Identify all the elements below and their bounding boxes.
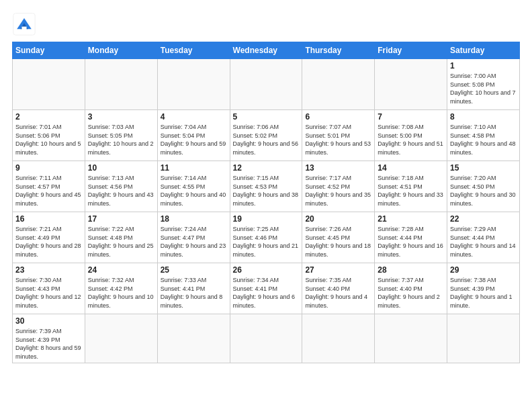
day-info: Sunrise: 7:11 AM Sunset: 4:57 PM Dayligh… bbox=[15, 174, 82, 208]
day-info: Sunrise: 7:25 AM Sunset: 4:46 PM Dayligh… bbox=[233, 225, 300, 259]
day-number: 18 bbox=[161, 214, 227, 224]
calendar-weekday-header: Friday bbox=[375, 42, 447, 59]
day-number: 30 bbox=[15, 316, 82, 326]
day-number: 19 bbox=[233, 214, 300, 224]
day-info: Sunrise: 7:35 AM Sunset: 4:40 PM Dayligh… bbox=[305, 276, 371, 310]
day-info: Sunrise: 7:37 AM Sunset: 4:40 PM Dayligh… bbox=[378, 276, 444, 310]
generalblue-logo-icon bbox=[12, 12, 36, 36]
day-number: 28 bbox=[378, 265, 444, 275]
calendar-day-cell bbox=[157, 59, 230, 110]
day-number: 5 bbox=[233, 112, 300, 122]
day-info: Sunrise: 7:38 AM Sunset: 4:39 PM Dayligh… bbox=[450, 276, 517, 310]
day-number: 15 bbox=[450, 163, 517, 173]
logo bbox=[12, 12, 39, 36]
calendar-day-cell bbox=[302, 59, 375, 110]
day-info: Sunrise: 7:24 AM Sunset: 4:47 PM Dayligh… bbox=[161, 225, 227, 259]
calendar-weekday-header: Wednesday bbox=[230, 42, 302, 59]
day-info: Sunrise: 7:04 AM Sunset: 5:04 PM Dayligh… bbox=[161, 123, 227, 156]
day-number: 20 bbox=[305, 214, 371, 224]
day-number: 11 bbox=[161, 163, 227, 173]
calendar-day-cell: 5Sunrise: 7:06 AM Sunset: 5:02 PM Daylig… bbox=[230, 110, 302, 161]
day-info: Sunrise: 7:28 AM Sunset: 4:44 PM Dayligh… bbox=[378, 225, 444, 259]
day-info: Sunrise: 7:15 AM Sunset: 4:53 PM Dayligh… bbox=[233, 174, 300, 208]
day-number: 3 bbox=[88, 112, 154, 122]
calendar-day-cell: 11Sunrise: 7:14 AM Sunset: 4:55 PM Dayli… bbox=[157, 161, 230, 212]
day-number: 25 bbox=[161, 265, 227, 275]
day-info: Sunrise: 7:26 AM Sunset: 4:45 PM Dayligh… bbox=[305, 225, 371, 259]
calendar-day-cell bbox=[447, 314, 520, 363]
calendar-day-cell: 21Sunrise: 7:28 AM Sunset: 4:44 PM Dayli… bbox=[375, 212, 447, 263]
calendar-table: SundayMondayTuesdayWednesdayThursdayFrid… bbox=[12, 42, 520, 363]
calendar-weekday-header: Thursday bbox=[302, 42, 375, 59]
calendar-day-cell: 30Sunrise: 7:39 AM Sunset: 4:39 PM Dayli… bbox=[13, 314, 85, 363]
calendar-day-cell: 18Sunrise: 7:24 AM Sunset: 4:47 PM Dayli… bbox=[157, 212, 230, 263]
calendar-day-cell: 20Sunrise: 7:26 AM Sunset: 4:45 PM Dayli… bbox=[302, 212, 375, 263]
calendar-day-cell: 7Sunrise: 7:08 AM Sunset: 5:00 PM Daylig… bbox=[375, 110, 447, 161]
calendar-day-cell: 1Sunrise: 7:00 AM Sunset: 5:08 PM Daylig… bbox=[447, 59, 520, 110]
day-number: 21 bbox=[378, 214, 444, 224]
calendar-day-cell: 27Sunrise: 7:35 AM Sunset: 4:40 PM Dayli… bbox=[302, 263, 375, 314]
day-info: Sunrise: 7:29 AM Sunset: 4:44 PM Dayligh… bbox=[450, 225, 517, 259]
calendar-weekday-header: Monday bbox=[85, 42, 157, 59]
day-number: 29 bbox=[450, 265, 517, 275]
day-info: Sunrise: 7:21 AM Sunset: 4:49 PM Dayligh… bbox=[15, 225, 82, 259]
day-number: 26 bbox=[233, 265, 300, 275]
calendar-weekday-header: Sunday bbox=[13, 42, 85, 59]
day-info: Sunrise: 7:33 AM Sunset: 4:41 PM Dayligh… bbox=[161, 276, 227, 310]
calendar-day-cell bbox=[85, 59, 157, 110]
calendar-day-cell: 24Sunrise: 7:32 AM Sunset: 4:42 PM Dayli… bbox=[85, 263, 157, 314]
svg-rect-3 bbox=[21, 27, 26, 30]
day-number: 23 bbox=[15, 265, 82, 275]
calendar-day-cell bbox=[230, 59, 302, 110]
calendar-header-row: SundayMondayTuesdayWednesdayThursdayFrid… bbox=[13, 42, 520, 59]
calendar-day-cell: 25Sunrise: 7:33 AM Sunset: 4:41 PM Dayli… bbox=[157, 263, 230, 314]
calendar-day-cell: 22Sunrise: 7:29 AM Sunset: 4:44 PM Dayli… bbox=[447, 212, 520, 263]
day-info: Sunrise: 7:01 AM Sunset: 5:06 PM Dayligh… bbox=[15, 123, 82, 156]
day-info: Sunrise: 7:17 AM Sunset: 4:52 PM Dayligh… bbox=[305, 174, 371, 208]
day-info: Sunrise: 7:00 AM Sunset: 5:08 PM Dayligh… bbox=[450, 72, 517, 105]
day-info: Sunrise: 7:08 AM Sunset: 5:00 PM Dayligh… bbox=[378, 123, 444, 156]
day-number: 10 bbox=[88, 163, 154, 173]
calendar-day-cell: 12Sunrise: 7:15 AM Sunset: 4:53 PM Dayli… bbox=[230, 161, 302, 212]
day-number: 27 bbox=[305, 265, 371, 275]
day-number: 7 bbox=[378, 112, 444, 122]
day-info: Sunrise: 7:34 AM Sunset: 4:41 PM Dayligh… bbox=[233, 276, 300, 310]
calendar-week-row: 16Sunrise: 7:21 AM Sunset: 4:49 PM Dayli… bbox=[13, 212, 520, 263]
day-number: 1 bbox=[450, 61, 517, 71]
calendar-day-cell bbox=[375, 314, 447, 363]
calendar-day-cell bbox=[230, 314, 302, 363]
page-header bbox=[12, 12, 520, 36]
calendar-week-row: 9Sunrise: 7:11 AM Sunset: 4:57 PM Daylig… bbox=[13, 161, 520, 212]
calendar-day-cell: 6Sunrise: 7:07 AM Sunset: 5:01 PM Daylig… bbox=[302, 110, 375, 161]
day-number: 4 bbox=[161, 112, 227, 122]
calendar-weekday-header: Saturday bbox=[447, 42, 520, 59]
calendar-day-cell: 2Sunrise: 7:01 AM Sunset: 5:06 PM Daylig… bbox=[13, 110, 85, 161]
day-info: Sunrise: 7:22 AM Sunset: 4:48 PM Dayligh… bbox=[88, 225, 154, 259]
day-info: Sunrise: 7:07 AM Sunset: 5:01 PM Dayligh… bbox=[305, 123, 371, 156]
calendar-day-cell bbox=[13, 59, 85, 110]
day-number: 14 bbox=[378, 163, 444, 173]
calendar-day-cell bbox=[302, 314, 375, 363]
day-number: 16 bbox=[15, 214, 82, 224]
calendar-day-cell: 10Sunrise: 7:13 AM Sunset: 4:56 PM Dayli… bbox=[85, 161, 157, 212]
day-number: 6 bbox=[305, 112, 371, 122]
calendar-day-cell: 3Sunrise: 7:03 AM Sunset: 5:05 PM Daylig… bbox=[85, 110, 157, 161]
day-info: Sunrise: 7:13 AM Sunset: 4:56 PM Dayligh… bbox=[88, 174, 154, 208]
day-info: Sunrise: 7:03 AM Sunset: 5:05 PM Dayligh… bbox=[88, 123, 154, 156]
calendar-day-cell bbox=[375, 59, 447, 110]
day-info: Sunrise: 7:39 AM Sunset: 4:39 PM Dayligh… bbox=[15, 327, 82, 361]
calendar-week-row: 2Sunrise: 7:01 AM Sunset: 5:06 PM Daylig… bbox=[13, 110, 520, 161]
calendar-day-cell: 26Sunrise: 7:34 AM Sunset: 4:41 PM Dayli… bbox=[230, 263, 302, 314]
day-number: 17 bbox=[88, 214, 154, 224]
day-number: 24 bbox=[88, 265, 154, 275]
calendar-week-row: 1Sunrise: 7:00 AM Sunset: 5:08 PM Daylig… bbox=[13, 59, 520, 110]
calendar-day-cell: 9Sunrise: 7:11 AM Sunset: 4:57 PM Daylig… bbox=[13, 161, 85, 212]
calendar-day-cell: 19Sunrise: 7:25 AM Sunset: 4:46 PM Dayli… bbox=[230, 212, 302, 263]
day-number: 13 bbox=[305, 163, 371, 173]
day-info: Sunrise: 7:20 AM Sunset: 4:50 PM Dayligh… bbox=[450, 174, 517, 208]
calendar-day-cell: 15Sunrise: 7:20 AM Sunset: 4:50 PM Dayli… bbox=[447, 161, 520, 212]
day-number: 2 bbox=[15, 112, 82, 122]
calendar-day-cell: 13Sunrise: 7:17 AM Sunset: 4:52 PM Dayli… bbox=[302, 161, 375, 212]
day-number: 9 bbox=[15, 163, 82, 173]
calendar-week-row: 23Sunrise: 7:30 AM Sunset: 4:43 PM Dayli… bbox=[13, 263, 520, 314]
